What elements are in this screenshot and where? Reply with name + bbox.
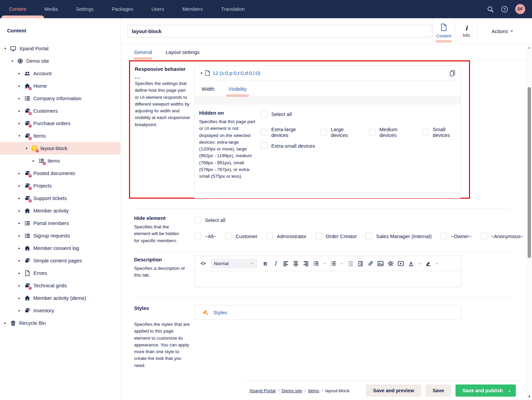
chevron-right-icon[interactable]: ▸ [3,321,8,325]
checkbox-box[interactable] [261,142,268,149]
breadcrumb-xpand-portal[interactable]: Xpand Portal [249,388,276,393]
checkbox-box[interactable] [194,217,201,223]
checkbox-box[interactable] [320,129,327,136]
scroll-down-arrow-icon[interactable]: ▼ [527,395,532,398]
collapsed-item-strip[interactable] [194,193,461,198]
tree-item-portal-members[interactable]: ▸Portal members [0,217,120,229]
align-center-icon[interactable] [291,259,300,268]
tree-item-customers[interactable]: ▸Customers [0,105,120,117]
save-and-publish-button[interactable]: Save and publish▲ [456,384,516,397]
checkbox-box[interactable] [194,233,201,239]
checkbox-select-all-devices[interactable]: Select all [261,111,461,117]
source-code-icon[interactable]: <> [199,259,207,268]
scrollbar-thumb[interactable] [528,87,531,258]
bullet-list-icon[interactable] [312,259,320,268]
link-icon[interactable] [366,259,375,268]
tree-item-layout-block[interactable]: ▾layout-block [0,142,120,154]
checkbox-box[interactable] [369,129,376,136]
nav-item-content[interactable]: Content [0,0,35,18]
vertical-scrollbar[interactable]: ▲ ▼ [526,44,532,400]
align-left-icon[interactable] [281,259,290,268]
tab-layout-settings[interactable]: Layout settings [165,44,199,60]
checkbox-medium-devices[interactable]: Medium devices [369,126,412,138]
avatar[interactable]: DF [515,4,525,14]
help-icon[interactable] [501,6,508,13]
tab-general[interactable]: General [134,44,152,60]
align-right-icon[interactable] [302,259,310,268]
tree-item-account[interactable]: ▸Account [0,67,120,80]
search-icon[interactable] [487,6,494,13]
checkbox-sales-manager-internal[interactable]: Sales Manager (Internal) [366,233,432,239]
subtab-width[interactable]: Width [201,86,214,97]
numbered-list-icon[interactable] [329,259,337,268]
italic-icon[interactable]: I [271,259,280,268]
tree-item-items[interactable]: ▸Items [0,154,120,167]
chevron-right-icon[interactable]: ▸ [17,259,22,262]
image-icon[interactable] [376,259,385,268]
chevron-right-icon[interactable]: ▸ [17,309,22,312]
nav-item-packages[interactable]: Packages [103,0,143,18]
text-color-icon[interactable] [407,259,415,268]
rte-body[interactable] [195,271,461,287]
copy-icon[interactable] [449,70,456,77]
embed-video-icon[interactable] [397,259,405,268]
tree-item-support-tickets[interactable]: ▸Support tickets [0,192,120,204]
bold-icon[interactable]: B [261,259,270,268]
tree-item-simple-content-pages[interactable]: ▸Simple content pages [0,254,120,267]
chevron-down-icon[interactable] [434,259,439,268]
save-and-preview-button[interactable]: Save and preview [366,384,421,397]
macro-gear-icon[interactable] [386,259,395,268]
styles-picker[interactable]: Styles [194,305,461,320]
checkbox-box[interactable] [422,129,429,136]
tab-content-app[interactable]: Content [432,18,455,44]
tree-item-items[interactable]: ▾Items [0,130,120,142]
tree-item-company-information[interactable]: ▸Company information [0,92,120,105]
chevron-down-icon[interactable]: ▾ [24,146,29,150]
checkbox-large-devices[interactable]: Large devices [320,126,359,138]
name-input[interactable] [127,25,432,37]
responsive-item-header[interactable]: ▾ 12 (s:0,p:0,t:0,d:0,l:0) [194,66,461,81]
checkbox-box[interactable] [440,233,447,239]
chevron-right-icon[interactable]: ▸ [17,184,22,188]
nav-item-users[interactable]: Users [142,0,173,18]
breadcrumb-items[interactable]: Items [308,388,319,393]
tree-item-signup-requests[interactable]: ▸Signup requests [0,229,120,242]
checkbox-box[interactable] [480,233,487,239]
tree-item-member-activity-demo[interactable]: ▸Member activity (demo) [0,292,120,304]
chevron-right-icon[interactable]: ▸ [17,246,22,250]
format-select[interactable]: Normal [211,259,257,268]
tree-item-member-consent-log[interactable]: ▸Member consent log [0,242,120,254]
tree-item-xpand-portal[interactable]: ▾Xpand Portal [0,42,120,55]
chevron-right-icon[interactable]: ▸ [17,271,22,275]
save-button[interactable]: Save [426,384,451,397]
chevron-right-icon[interactable]: ▸ [17,284,22,287]
checkbox-customer[interactable]: Customer [225,233,257,239]
nav-item-settings[interactable]: Settings [67,0,102,18]
tree-item-projects[interactable]: ▸Projects [0,179,120,192]
chevron-down-icon[interactable] [417,259,422,268]
chevron-down-icon[interactable] [322,259,327,268]
chevron-down-icon[interactable]: ▾ [10,59,15,63]
chevron-right-icon[interactable]: ▸ [17,196,22,200]
checkbox-box[interactable] [366,233,372,239]
highlight-icon[interactable] [424,259,432,268]
checkbox-order-creator[interactable]: Order Creator [315,233,357,239]
indent-icon[interactable] [356,259,365,268]
chevron-right-icon[interactable]: ▸ [31,159,36,163]
checkbox-small-devices[interactable]: Small devices [422,126,461,138]
chevron-right-icon[interactable]: ▸ [17,221,22,225]
checkbox-anonymous[interactable]: ~Anonymous~ [480,233,524,239]
chevron-right-icon[interactable]: ▸ [17,84,22,88]
checkbox-extra-small-devices[interactable]: Extra-small devices [261,142,315,149]
checkbox-extra-large-devices[interactable]: Extra-large devices [261,126,310,138]
checkbox-select-all-members[interactable]: Select all [194,217,524,223]
tree-item-inventory[interactable]: ▸Inventory [0,304,120,317]
property-more-dots[interactable]: ... [135,74,191,80]
chevron-right-icon[interactable]: ▸ [17,96,22,100]
tree-item-errors[interactable]: ▸Errors [0,267,120,279]
nav-item-translation[interactable]: Translation [212,0,254,18]
checkbox-box[interactable] [261,129,268,136]
chevron-right-icon[interactable]: ▸ [17,234,22,237]
tab-info-app[interactable]: i Info [455,18,477,44]
chevron-up-icon[interactable]: ▲ [508,389,511,392]
